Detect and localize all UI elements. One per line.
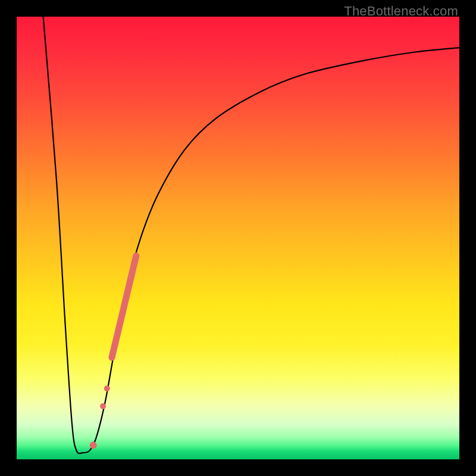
curve-layer: [17, 17, 459, 459]
marker-group: [90, 256, 136, 449]
chart-frame: TheBottleneck.com: [0, 0, 476, 476]
marker-band: [112, 256, 136, 358]
marker-dot: [90, 441, 97, 449]
marker-dot: [104, 386, 110, 392]
marker-dot: [100, 403, 106, 409]
